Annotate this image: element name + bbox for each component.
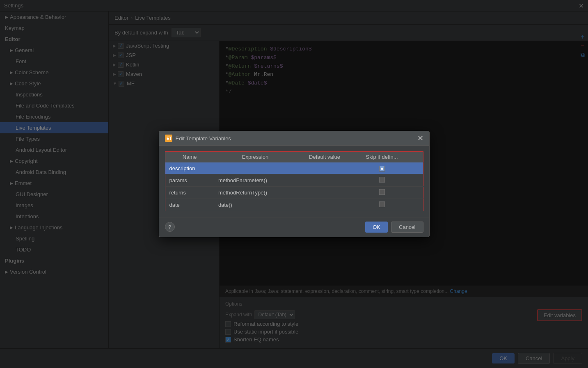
var-expr-3[interactable]: date() <box>214 199 296 211</box>
var-skip-1[interactable] <box>353 174 411 186</box>
var-skip-0[interactable]: ■ <box>353 162 411 174</box>
var-expr-0[interactable] <box>214 162 296 174</box>
modal-title-row: ET Edit Template Variables <box>165 135 231 142</box>
variables-table: NameExpressionDefault valueSkip if defin… <box>165 151 423 211</box>
var-skip-2[interactable] <box>353 186 411 199</box>
var-name-2: returns <box>165 186 214 199</box>
variable-row-2[interactable]: returnsmethodReturnType() <box>165 186 423 199</box>
modal-overlay: ET Edit Template Variables ✕ NameExpress… <box>0 0 588 368</box>
modal-close-button[interactable]: ✕ <box>417 135 423 142</box>
modal-ok-button[interactable]: OK <box>365 222 388 233</box>
edit-template-variables-dialog: ET Edit Template Variables ✕ NameExpress… <box>159 131 430 237</box>
modal-footer-buttons: OK Cancel <box>365 222 423 233</box>
var-name-3: date <box>165 199 214 211</box>
modal-body: NameExpressionDefault valueSkip if defin… <box>159 146 429 217</box>
variable-row-3[interactable]: datedate() <box>165 199 423 211</box>
help-button[interactable]: ? <box>165 222 175 232</box>
modal-cancel-button[interactable]: Cancel <box>391 222 423 233</box>
var-default-3[interactable] <box>296 199 353 211</box>
settings-window: Settings ✕ ▶Appearance & BehaviorKeymapE… <box>0 0 588 368</box>
modal-header: ET Edit Template Variables ✕ <box>159 131 429 146</box>
col-header-name: Name <box>165 152 214 162</box>
var-default-2[interactable] <box>296 186 353 199</box>
var-default-1[interactable] <box>296 174 353 186</box>
var-skip-3[interactable] <box>353 199 411 211</box>
var-name-0: description <box>165 162 214 174</box>
var-expr-2[interactable]: methodReturnType() <box>214 186 296 199</box>
variable-row-0[interactable]: description■ <box>165 162 423 174</box>
col-header-default-value: Default value <box>296 152 353 162</box>
svg-text:ET: ET <box>167 136 172 141</box>
variable-row-1[interactable]: paramsmethodParameters() <box>165 174 423 186</box>
modal-title: Edit Template Variables <box>176 135 231 142</box>
var-name-1: params <box>165 174 214 186</box>
modal-footer: ? OK Cancel <box>159 217 429 237</box>
col-header-expression: Expression <box>214 152 296 162</box>
var-default-0[interactable] <box>296 162 353 174</box>
modal-icon: ET <box>165 135 172 142</box>
var-expr-1[interactable]: methodParameters() <box>214 174 296 186</box>
col-header-skip-if-defin...: Skip if defin... <box>353 152 411 162</box>
